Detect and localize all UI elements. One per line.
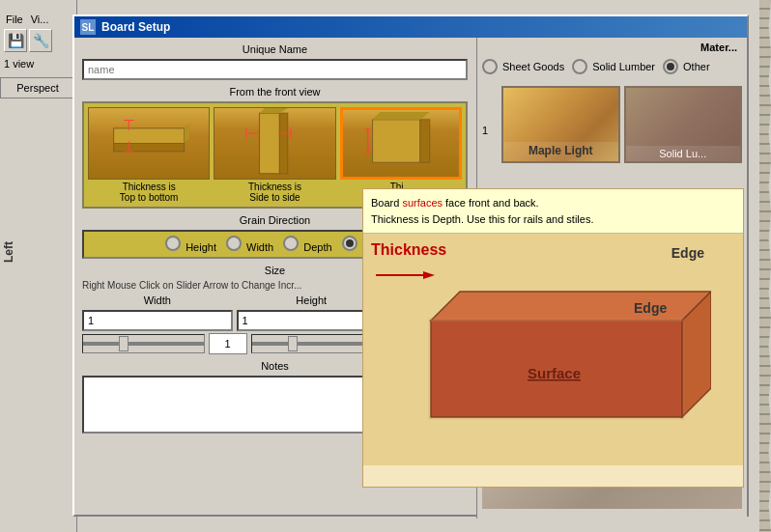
svg-marker-16: [372, 112, 429, 120]
solid-lumber-option[interactable]: Solid Lumber: [572, 59, 655, 74]
file-menu[interactable]: File: [6, 14, 23, 25]
solid-lumber-cell-label: Solid Lu...: [626, 146, 741, 161]
board-img-front[interactable]: [340, 107, 462, 180]
tooltip-text-area: Board surfaces face front and back. Thic…: [363, 189, 743, 234]
svg-rect-1: [114, 144, 185, 152]
dialog-titlebar: SL Board Setup: [74, 16, 747, 38]
board-caption-2: Thickness is Side to side: [214, 182, 335, 203]
menu-bar: File Vi...: [0, 10, 77, 29]
view-menu[interactable]: Vi...: [31, 14, 49, 25]
surface-text: Surface: [528, 365, 581, 381]
height-slider[interactable]: [251, 334, 374, 353]
unique-name-section: Unique Name: [82, 43, 468, 80]
highlight-surfaces: surfaces: [402, 197, 443, 209]
view-label: 1 view: [4, 58, 34, 70]
tooltip-line2: Thickness is Depth. Use this for rails a…: [371, 213, 593, 225]
height-label: Height: [186, 241, 216, 253]
svg-rect-14: [372, 120, 419, 162]
depth-label: Depth: [303, 241, 331, 253]
edge-text: Edge: [634, 300, 667, 316]
tool-icon[interactable]: 🔧: [29, 29, 52, 52]
solid-lumber-radio: [572, 59, 587, 74]
height-radio-indicator: [165, 236, 181, 251]
edge-label: Edge: [671, 245, 704, 261]
unique-name-label: Unique Name: [82, 43, 468, 55]
width-col-header: Width: [82, 294, 233, 306]
thickness-tooltip: Board surfaces face front and back. Thic…: [362, 188, 744, 488]
row-number: 1: [482, 86, 498, 192]
solid-lumber-label: Solid Lumber: [592, 61, 655, 72]
solid-lumber-cell[interactable]: Solid Lu...: [624, 86, 743, 163]
no-radio-indicator: [342, 236, 357, 251]
svg-marker-9: [260, 108, 288, 113]
tooltip-diagram: Thickness Edge Surface: [363, 234, 743, 465]
perspective-tab[interactable]: Perspect: [0, 77, 75, 98]
svg-rect-8: [280, 113, 288, 174]
unique-name-input[interactable]: [82, 59, 468, 80]
other-radio: [663, 59, 678, 74]
toolbar-icons: 💾 🔧: [4, 29, 52, 52]
svg-rect-7: [260, 113, 280, 174]
board-option-2[interactable]: Thickness is Side to side: [214, 107, 335, 203]
left-label: Left: [2, 241, 15, 263]
svg-marker-2: [185, 124, 189, 144]
svg-rect-15: [420, 120, 430, 162]
material-row-1: 1 Maple Light Solid Lu...: [482, 86, 742, 192]
depth-radio-indicator: [283, 236, 299, 251]
other-label: Other: [683, 61, 710, 72]
sheet-goods-label: Sheet Goods: [502, 61, 564, 72]
board-img-side[interactable]: [214, 107, 335, 180]
dialog-title: Board Setup: [101, 20, 170, 34]
save-icon[interactable]: 💾: [4, 29, 27, 52]
width-label: Width: [246, 241, 273, 253]
maple-light-cell[interactable]: Maple Light: [501, 86, 620, 163]
sheet-goods-radio: [482, 59, 498, 74]
dialog-icon: SL: [80, 19, 96, 35]
width-slider-value: 1: [209, 333, 247, 354]
left-toolbar: File Vi... 💾 🔧 1 view Perspect Left: [0, 0, 77, 532]
board-caption-1: Thickness is Top to bottom: [88, 182, 210, 203]
material-radio-group: Sheet Goods Solid Lumber Other: [482, 59, 710, 74]
maple-light-label: Maple Light: [503, 142, 618, 161]
grain-width-option[interactable]: Width: [226, 236, 273, 253]
board-img-flat[interactable]: [88, 107, 210, 180]
width-input[interactable]: [82, 310, 233, 331]
material-grid-container: 1 Maple Light Solid Lu...: [482, 86, 742, 192]
front-view-label: From the front view: [82, 86, 468, 98]
material-label: Mater...: [700, 42, 737, 53]
svg-marker-23: [431, 292, 711, 321]
grain-height-option[interactable]: Height: [165, 236, 216, 253]
width-radio-indicator: [226, 236, 242, 251]
board-option-1[interactable]: Thickness is Top to bottom: [88, 107, 210, 203]
grain-depth-option[interactable]: Depth: [283, 236, 331, 253]
sheet-goods-option[interactable]: Sheet Goods: [482, 59, 564, 74]
box-3d-svg: Edge Surface: [412, 243, 711, 456]
width-slider[interactable]: [82, 334, 205, 353]
other-option[interactable]: Other: [663, 59, 710, 74]
svg-rect-0: [114, 128, 185, 144]
